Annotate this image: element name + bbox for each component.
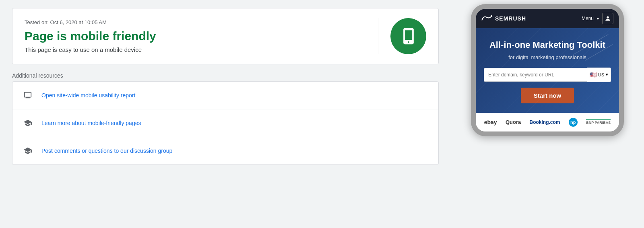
monitor-icon: [23, 91, 32, 100]
phone-icon: [400, 27, 417, 45]
user-icon: [605, 16, 611, 21]
brand-bnp: BNP PARIBAS: [586, 119, 611, 125]
phone-mockup: SEMRUSH Menu ▾ All-in-one Marketing Tool…: [471, 4, 624, 136]
right-panel: SEMRUSH Menu ▾ All-in-one Marketing Tool…: [451, 0, 644, 228]
user-icon-button[interactable]: [602, 13, 613, 24]
country-select[interactable]: 🇺🇸 US ▾: [587, 68, 611, 82]
flag-icon: 🇺🇸: [590, 72, 597, 78]
phone-screen: SEMRUSH Menu ▾ All-in-one Marketing Tool…: [476, 9, 619, 131]
phone-nav: SEMRUSH Menu ▾: [476, 9, 619, 28]
result-card: Tested on: Oct 6, 2020 at 10:05 AM Page …: [12, 8, 439, 64]
resource-item-usability[interactable]: Open site-wide mobile usability report: [12, 82, 438, 109]
hero-title: All-in-one Marketing Toolkit: [484, 39, 611, 51]
left-panel: Tested on: Oct 6, 2020 at 10:05 AM Page …: [0, 0, 451, 228]
resource-item-learn[interactable]: Learn more about mobile-friendly pages: [12, 109, 438, 137]
resource-text-usability: Open site-wide mobile usability report: [41, 92, 135, 99]
additional-resources-section: Additional resources Open site-wide mobi…: [12, 72, 439, 165]
graduation-icon: [23, 119, 32, 127]
phone-nav-right: Menu ▾: [582, 13, 613, 24]
resource-text-learn: Learn more about mobile-friendly pages: [41, 120, 141, 126]
discussion-icon: [23, 146, 32, 155]
page-title: Page is mobile friendly: [25, 29, 370, 43]
semrush-logo-icon: [481, 15, 493, 22]
phone-footer-brands: ebay Quora Booking.com hp BNP PARIBAS: [476, 113, 619, 131]
resource-text-post: Post comments or questions to our discus…: [41, 148, 172, 154]
tested-on-label: Tested on: Oct 6, 2020 at 10:05 AM: [25, 19, 370, 25]
dropdown-arrow-icon: ▾: [606, 72, 608, 77]
brand-hp: hp: [569, 118, 578, 127]
hero-subtitle: for digital marketing professionals: [484, 54, 611, 60]
domain-search-input[interactable]: [484, 68, 587, 82]
result-text: Tested on: Oct 6, 2020 at 10:05 AM Page …: [25, 19, 370, 53]
usability-icon: [21, 88, 35, 103]
phone-hero: All-in-one Marketing Toolkit for digital…: [476, 28, 619, 113]
mobile-icon-container: [378, 18, 426, 54]
additional-resources-label: Additional resources: [12, 72, 439, 79]
learn-icon: [21, 116, 35, 130]
brand-booking: Booking.com: [530, 119, 560, 125]
svg-point-0: [491, 15, 492, 17]
country-code: US: [598, 72, 604, 77]
brand-ebay: ebay: [484, 119, 497, 125]
resources-list: Open site-wide mobile usability report L…: [12, 81, 439, 165]
post-icon: [21, 144, 35, 158]
resource-item-post[interactable]: Post comments or questions to our discus…: [12, 137, 438, 164]
menu-label[interactable]: Menu: [582, 16, 594, 21]
page-subtitle: This page is easy to use on a mobile dev…: [25, 46, 370, 53]
menu-arrow-icon: ▾: [597, 16, 599, 21]
mobile-icon-circle: [390, 18, 426, 54]
brand-quora: Quora: [506, 119, 521, 125]
hero-search-row: 🇺🇸 US ▾: [484, 68, 611, 82]
start-now-button[interactable]: Start now: [521, 88, 574, 103]
semrush-logo-text: SEMRUSH: [495, 15, 526, 22]
semrush-logo: SEMRUSH: [481, 15, 526, 22]
